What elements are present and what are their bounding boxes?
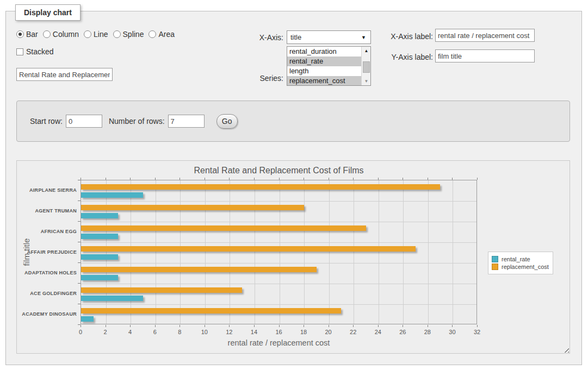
bar-replacement_cost[interactable] [81, 205, 304, 210]
scroll-down-icon[interactable]: ▼ [362, 77, 371, 85]
go-button[interactable]: Go [216, 114, 238, 129]
bar-rental_rate[interactable] [81, 296, 143, 301]
x-tick-label: 6 [147, 329, 163, 335]
x-tick-mark [378, 178, 379, 180]
series-option-length[interactable]: length [287, 66, 361, 76]
chart-type-option-label: Area [158, 30, 175, 39]
x-tick-mark [329, 325, 329, 327]
series-option-rental_duration[interactable]: rental_duration [287, 47, 361, 57]
gridline-horizontal [81, 304, 476, 305]
gridline-vertical [379, 180, 379, 324]
x-axis-label-label: X-Axis label: [354, 32, 433, 41]
x-tick-mark [106, 325, 106, 327]
fieldset-legend: Display chart [15, 4, 81, 21]
chart-type-option-line[interactable]: Line [84, 30, 108, 39]
stacked-option[interactable]: Stacked [16, 47, 54, 56]
x-axis-selected-value: title [290, 33, 301, 41]
x-tick-mark [279, 178, 280, 180]
y-category-label: AGENT TRUMAN [17, 208, 77, 214]
gridline-vertical [230, 180, 230, 324]
chart-type-option-spline[interactable]: Spline [113, 30, 144, 39]
y-category-label: ACE GOLDFINGER [17, 291, 77, 296]
bar-replacement_cost[interactable] [81, 267, 317, 272]
gridline-horizontal [81, 242, 476, 243]
x-tick-label: 12 [221, 329, 237, 335]
scrollbar-thumb[interactable] [363, 61, 370, 73]
bar-replacement_cost[interactable] [81, 225, 366, 231]
legend-swatch [492, 264, 498, 270]
x-tick-mark [428, 178, 428, 180]
x-tick-mark [254, 325, 255, 327]
gridline-vertical [403, 180, 404, 324]
gridline-horizontal [81, 284, 476, 284]
gridline-vertical [354, 180, 354, 324]
x-axis-label-input[interactable] [435, 29, 535, 42]
radio-icon[interactable] [84, 30, 91, 38]
series-select-label: Series: [224, 74, 283, 83]
bar-rental_rate[interactable] [81, 213, 118, 218]
gridline-horizontal [81, 201, 476, 202]
x-tick-mark [304, 178, 304, 180]
x-tick-mark [477, 178, 478, 180]
y-tick-mark [78, 304, 81, 304]
bar-replacement_cost[interactable] [81, 246, 416, 252]
y-category-label: AFRICAN EGG [17, 229, 77, 234]
radio-icon[interactable] [148, 30, 156, 38]
y-axis-label-input[interactable] [435, 49, 535, 62]
display-chart-fieldset: Display chart BarColumnLineSplineArea St… [5, 11, 582, 365]
chart-title-input[interactable] [16, 68, 113, 81]
bar-replacement_cost[interactable] [81, 308, 341, 313]
x-tick-mark [229, 325, 230, 327]
x-tick-mark [180, 178, 180, 180]
series-option-rental_rate[interactable]: rental_rate [287, 57, 361, 66]
y-category-label: AFFAIR PREJUDICE [17, 249, 77, 255]
bar-rental_rate[interactable] [81, 192, 143, 198]
radio-icon[interactable] [113, 30, 121, 38]
radio-icon[interactable] [16, 30, 24, 38]
radio-icon[interactable] [43, 30, 51, 38]
x-tick-label: 10 [196, 329, 213, 335]
y-category-label: ACADEMY DINOSAUR [17, 311, 77, 317]
series-option-replacement_cost[interactable]: replacement_cost [287, 76, 361, 86]
x-tick-label: 30 [444, 329, 460, 335]
gridline-vertical [428, 180, 429, 324]
x-tick-mark [353, 325, 354, 327]
legend-entry-replacement_cost: replacement_cost [492, 264, 549, 270]
x-tick-mark [452, 178, 453, 180]
start-row-input[interactable] [66, 115, 102, 128]
chart-type-option-column[interactable]: Column [43, 30, 79, 39]
bar-rental_rate[interactable] [81, 316, 94, 322]
chart-type-option-label: Line [94, 30, 108, 39]
stacked-checkbox[interactable] [16, 48, 23, 55]
bar-rental_rate[interactable] [81, 254, 118, 260]
chart-type-option-bar[interactable]: Bar [16, 30, 38, 39]
series-options: rental_durationrental_ratelengthreplacem… [287, 47, 361, 86]
x-tick-mark [403, 325, 403, 327]
chart-type-option-area[interactable]: Area [148, 30, 175, 39]
series-listbox[interactable]: rental_durationrental_ratelengthreplacem… [287, 46, 371, 86]
x-tick-mark [378, 325, 379, 327]
bar-rental_rate[interactable] [81, 275, 118, 280]
x-tick-mark [155, 325, 156, 327]
chart-plot-area [81, 180, 477, 324]
num-rows-label: Number of rows: [109, 117, 165, 126]
x-tick-label: 22 [345, 329, 361, 335]
y-category-label: ADAPTATION HOLES [17, 270, 77, 275]
gridline-vertical [329, 180, 330, 324]
y-tick-mark [78, 283, 81, 284]
y-tick-mark [78, 324, 81, 325]
resize-handle-icon[interactable] [562, 346, 569, 353]
stacked-label: Stacked [26, 47, 54, 56]
x-tick-mark [81, 178, 81, 180]
legend-entry-rental_rate: rental_rate [492, 256, 549, 262]
gridline-vertical [106, 180, 107, 324]
x-tick-label: 0 [72, 329, 89, 335]
x-tick-mark [155, 178, 156, 180]
bar-rental_rate[interactable] [81, 234, 118, 239]
bar-replacement_cost[interactable] [81, 184, 440, 190]
bar-replacement_cost[interactable] [81, 287, 242, 293]
num-rows-input[interactable] [168, 115, 205, 128]
x-tick-mark [428, 325, 428, 327]
x-tick-mark [329, 178, 329, 180]
x-axis-select-label: X-Axis: [224, 33, 283, 42]
